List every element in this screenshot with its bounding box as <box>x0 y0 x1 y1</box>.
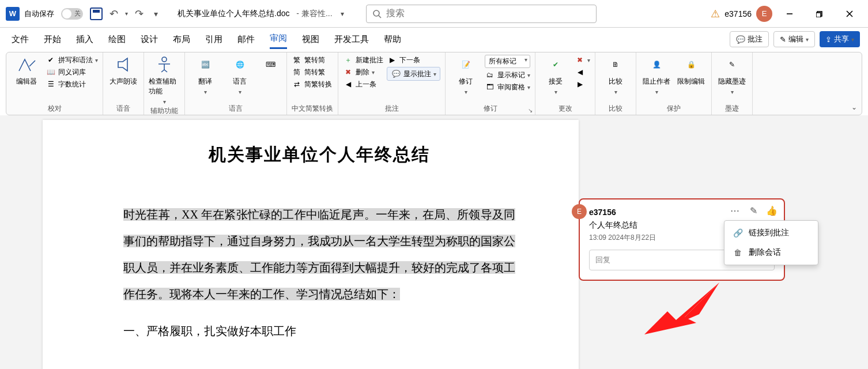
document-workspace: 机关事业单位个人年终总结 时光荏苒，XX 年在紧张忙碌的工作中临近尾声。一年来，… <box>0 115 868 369</box>
tab-view[interactable]: 视图 <box>302 31 319 48</box>
hide-ink[interactable]: ✎隐藏墨迹 <box>716 55 748 95</box>
compare-button[interactable]: 🗎比较 <box>600 55 631 95</box>
group-label-protect: 保护 <box>641 103 707 114</box>
chinese-convert[interactable]: ⇄简繁转换 <box>292 79 332 89</box>
group-label-tracking: 修订 <box>450 103 530 114</box>
group-proofing: 编辑器 ✔拼写和语法 📖同义词库 ☰字数统计 校对 <box>6 52 103 115</box>
group-comments: ＋新建批注 ✖删除 ◀上一条 ▶下一条 💬显示批注 批注 <box>338 52 446 115</box>
ctx-link-label: 链接到批注 <box>749 228 789 238</box>
editor-button[interactable]: 编辑器 <box>11 55 42 86</box>
thesaurus-button[interactable]: 📖同义词库 <box>46 67 98 77</box>
svg-line-1 <box>379 16 381 18</box>
autosave-state: 关 <box>74 9 81 18</box>
compatibility-mode: - 兼容性... <box>294 9 332 19</box>
doc-section-1: 一、严格履职，扎实做好本职工作 <box>123 323 515 339</box>
accessibility-button[interactable]: 检查辅助功能 <box>149 55 180 105</box>
new-comment[interactable]: ＋新建批注 <box>343 55 383 65</box>
track-changes[interactable]: 📝修订 <box>450 55 481 95</box>
group-compare: 🗎比较 比较 <box>595 52 636 115</box>
ctx-link-to-comment[interactable]: 🔗 链接到批注 <box>724 223 818 243</box>
group-ink: ✎隐藏墨迹 墨迹 <box>712 52 753 115</box>
tab-references[interactable]: 引用 <box>205 31 222 48</box>
tab-review[interactable]: 审阅 <box>270 29 287 49</box>
word-app-icon: W <box>6 7 20 21</box>
trash-icon: 🗑 <box>733 247 743 258</box>
svg-marker-9 <box>679 283 719 323</box>
show-comments[interactable]: 💬显示批注 <box>387 67 440 81</box>
comment-resolve-icon[interactable]: 👍 <box>767 205 777 216</box>
group-label-proofing: 校对 <box>11 103 98 114</box>
document-title: 机关事业单位个人年终总结.doc <box>178 9 289 19</box>
tab-file[interactable]: 文件 <box>12 31 29 48</box>
tab-developer[interactable]: 开发工具 <box>334 31 369 48</box>
search-icon <box>372 9 382 18</box>
trad-to-simp[interactable]: 繁繁转简 <box>292 55 332 65</box>
group-label-ink: 墨迹 <box>716 103 748 114</box>
autosave-toggle[interactable]: 关 <box>61 8 83 20</box>
warning-icon[interactable]: ⚠ <box>711 7 720 20</box>
group-tracking: 📝修订 所有标记 🗂显示标记 🗔审阅窗格 修订 ↘ <box>446 52 535 115</box>
undo-button[interactable]: ↶ <box>107 7 120 20</box>
simp-to-trad[interactable]: 简简转繁 <box>292 67 332 77</box>
markup-display-select[interactable]: 所有标记 <box>485 55 530 68</box>
svg-marker-8 <box>644 283 719 334</box>
tab-design[interactable]: 设计 <box>141 31 158 48</box>
qat-customize[interactable]: ▾ <box>150 9 161 18</box>
tracking-launcher[interactable]: ↘ <box>528 107 533 114</box>
next-change[interactable]: ▶ <box>575 79 590 89</box>
group-label-accessibility: 辅助功能 <box>149 105 180 116</box>
comment-more-icon[interactable]: ⋯ <box>730 205 740 216</box>
word-count-button[interactable]: ☰字数统计 <box>46 79 98 89</box>
block-authors[interactable]: 👤阻止作者 <box>641 55 672 95</box>
show-markup[interactable]: 🗂显示标记 <box>485 70 530 80</box>
read-aloud-button[interactable]: 大声朗读 <box>108 55 139 86</box>
ctx-delete-thread[interactable]: 🗑 删除会话 <box>724 243 818 262</box>
ctx-delete-label: 删除会话 <box>749 247 781 258</box>
tab-help[interactable]: 帮助 <box>384 31 401 48</box>
reviewing-pane[interactable]: 🗔审阅窗格 <box>485 82 530 92</box>
tab-draw[interactable]: 绘图 <box>108 31 126 48</box>
delete-comment[interactable]: ✖删除 <box>343 67 383 77</box>
document-page[interactable]: 机关事业单位个人年终总结 时光荏苒，XX 年在紧张忙碌的工作中临近尾声。一年来，… <box>43 120 579 369</box>
prev-change[interactable]: ◀ <box>575 67 590 77</box>
prev-comment[interactable]: ◀上一条 <box>343 79 383 89</box>
reject-button[interactable]: ✖ <box>575 55 590 65</box>
group-label-language: 语言 <box>190 103 282 114</box>
edit-mode-button[interactable]: ✎编辑 <box>773 31 815 47</box>
spelling-button[interactable]: ✔拼写和语法 <box>46 55 98 65</box>
next-comment[interactable]: ▶下一条 <box>387 55 440 65</box>
close-button[interactable] <box>837 5 862 23</box>
svg-point-7 <box>162 57 167 62</box>
undo-more[interactable]: ▾ <box>125 10 128 17</box>
save-icon[interactable] <box>90 7 103 20</box>
tab-mailings[interactable]: 邮件 <box>237 31 255 48</box>
group-label-changes: 更改 <box>540 103 590 114</box>
doc-paragraph-1: 时光荏苒，XX 年在紧张忙碌的工作中临近尾声。一年来，在局、所领导及同事们的帮助… <box>123 201 515 307</box>
accept-button[interactable]: ✔接受 <box>540 55 571 95</box>
restore-button[interactable] <box>807 5 832 23</box>
group-chinese-convert: 繁繁转简 简简转繁 ⇄简繁转换 中文简繁转换 <box>287 52 338 115</box>
share-button[interactable]: ⇪共享 <box>820 31 860 47</box>
search-placeholder: 搜索 <box>386 7 405 20</box>
tab-insert[interactable]: 插入 <box>76 31 93 48</box>
group-label-chinese: 中文简繁转换 <box>292 103 333 114</box>
account-avatar[interactable]: E <box>756 6 772 22</box>
doc-heading: 机关事业单位个人年终总结 <box>123 143 515 167</box>
translate-button[interactable]: 🔤翻译 <box>190 55 221 95</box>
title-bar: W 自动保存 关 ↶ ▾ ↷ ▾ 机关事业单位个人年终总结.doc - 兼容性.… <box>0 0 868 28</box>
minimize-button[interactable] <box>777 5 802 23</box>
title-dropdown[interactable]: ▾ <box>341 10 344 18</box>
ribbon-collapse[interactable]: ⌄ <box>851 103 857 111</box>
comments-toggle[interactable]: 💬批注 <box>730 31 769 47</box>
search-box[interactable]: 搜索 <box>366 5 597 23</box>
account-name[interactable]: e37156 <box>724 9 752 18</box>
restrict-editing[interactable]: 🔒限制编辑 <box>675 55 707 86</box>
language-button[interactable]: 🌐语言 <box>224 55 255 95</box>
redo-button[interactable]: ↷ <box>133 7 146 20</box>
svg-rect-4 <box>816 13 821 17</box>
comment-edit-icon[interactable]: ✎ <box>748 205 758 216</box>
keyboard-button[interactable]: ⌨ <box>259 55 282 74</box>
svg-point-0 <box>373 10 379 16</box>
tab-home[interactable]: 开始 <box>44 31 61 48</box>
tab-layout[interactable]: 布局 <box>173 31 190 48</box>
